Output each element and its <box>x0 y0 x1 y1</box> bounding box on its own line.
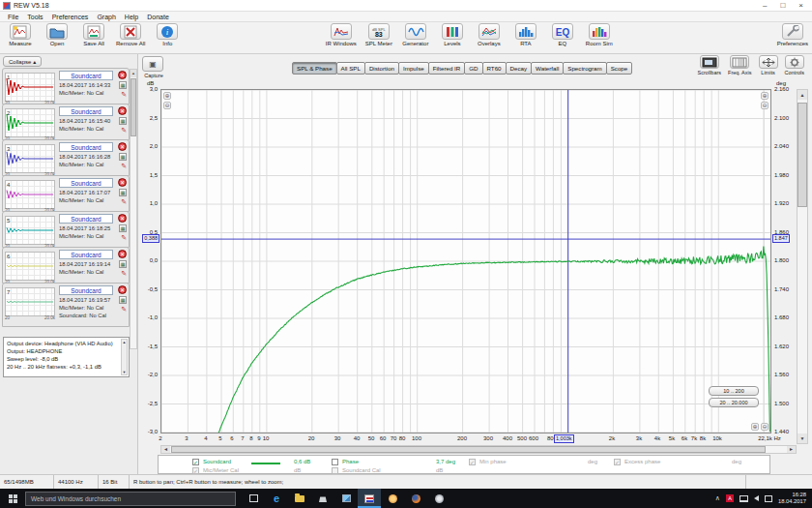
tab-gd[interactable]: GD <box>464 62 482 75</box>
capture-button[interactable]: ▣ <box>142 56 163 72</box>
scroll-up-icon[interactable]: ▲ <box>130 70 136 77</box>
trace-options-icon[interactable]: ▦ <box>119 153 127 161</box>
measurement-title-input[interactable]: Soundcard <box>59 214 113 224</box>
menu-item-donate[interactable]: Donate <box>143 14 173 20</box>
measurement-title-input[interactable]: Soundcard <box>59 178 113 188</box>
delete-measurement-icon[interactable]: ✕ <box>118 142 127 151</box>
soundcard-cal-checkbox[interactable] <box>332 467 338 474</box>
trace-adjust-icon[interactable]: ✎ <box>121 163 127 169</box>
action-center-icon[interactable] <box>765 495 772 502</box>
preferences-button[interactable]: Preferences <box>777 23 808 46</box>
collapse-button[interactable]: Collapse ▴ <box>3 56 42 67</box>
limits-button[interactable]: Limits <box>759 55 778 75</box>
tab-rt60[interactable]: RT60 <box>482 62 507 75</box>
measurement-title-input[interactable]: Soundcard <box>59 285 113 295</box>
taskbar-app-firefox[interactable] <box>404 489 427 508</box>
network-icon[interactable] <box>740 495 748 502</box>
freqaxis-button[interactable]: Freq. Axis <box>728 55 751 75</box>
measurement-item-5[interactable]: 52020.0kSoundcard✕18.04.2017 16:18:25Mic… <box>2 211 130 248</box>
min-phase-checkbox[interactable] <box>469 459 476 465</box>
taskbar-app-store[interactable] <box>311 489 334 508</box>
measurement-item-6[interactable]: 62020.0kSoundcard✕18.04.2017 16:19:14Mic… <box>2 247 130 284</box>
trace-adjust-icon[interactable]: ✎ <box>121 198 127 205</box>
scrollbar-thumb[interactable] <box>171 446 766 453</box>
scroll-down-icon[interactable]: ▼ <box>798 433 807 443</box>
measurement-item-4[interactable]: 42020.0kSoundcard✕18.04.2017 16:17:07Mic… <box>2 175 130 212</box>
delete-measurement-icon[interactable]: ✕ <box>118 106 127 115</box>
measurement-title-input[interactable]: Soundcard <box>59 250 113 259</box>
tab-distortion[interactable]: Distortion <box>364 62 399 75</box>
taskbar-app-photos[interactable] <box>334 489 358 508</box>
tab-spl-phase[interactable]: SPL & Phase <box>292 62 337 75</box>
tab-waterfall[interactable]: Waterfall <box>531 62 564 75</box>
info-scrollbar[interactable]: ▲▼ <box>121 339 128 375</box>
scroll-right-icon[interactable]: ► <box>787 446 796 453</box>
taskbar-app-rew[interactable] <box>358 489 381 508</box>
trace-options-icon[interactable]: ▦ <box>119 224 127 232</box>
zoom-in-icon[interactable]: ⊕ <box>751 423 759 431</box>
freq-range-button-20-20000[interactable]: 20 .. 20.000 <box>709 398 759 407</box>
taskbar-app-edge[interactable]: e <box>265 489 288 508</box>
measurement-title-input[interactable]: Soundcard <box>59 142 113 152</box>
delete-measurement-icon[interactable]: ✕ <box>118 71 127 79</box>
taskbar-app-explorer[interactable] <box>288 489 311 508</box>
irwindows-button[interactable]: IR Windows <box>326 23 357 46</box>
close-button[interactable]: × <box>798 1 803 11</box>
eq-button[interactable]: EQEQ <box>548 23 577 46</box>
menu-item-help[interactable]: Help <box>121 14 142 20</box>
phase-checkbox[interactable] <box>332 459 338 465</box>
start-button[interactable] <box>0 489 25 508</box>
overlays-button[interactable]: Overlays <box>475 23 504 46</box>
menu-item-graph[interactable]: Graph <box>93 14 119 20</box>
horizontal-scrollbar[interactable]: ◄ ► <box>160 445 797 454</box>
taskbar-search-input[interactable]: Web und Windows durchsuchen <box>25 492 236 506</box>
zoom-in-icon[interactable]: ⊕ <box>163 92 171 100</box>
mic-meter-cal-checkbox[interactable] <box>192 467 199 474</box>
measurement-title-input[interactable]: Soundcard <box>59 71 113 80</box>
hidden-icons-chevron[interactable]: ∧ <box>715 494 720 502</box>
taskbar-app-game[interactable] <box>381 489 404 508</box>
trace-adjust-icon[interactable]: ✎ <box>121 91 127 98</box>
speaker-icon[interactable] <box>754 495 759 501</box>
rta-button[interactable]: RTA <box>511 23 540 46</box>
tab-spectrogram[interactable]: Spectrogram <box>563 62 606 75</box>
tab-scope[interactable]: Scope <box>606 62 633 75</box>
menu-item-file[interactable]: File <box>4 14 22 20</box>
sidebar-scrollbar[interactable]: ▲ <box>130 69 137 349</box>
tab-impulse[interactable]: Impulse <box>398 62 429 75</box>
trace-adjust-icon[interactable]: ✎ <box>121 127 127 134</box>
measurement-item-3[interactable]: 32020.0kSoundcard✕18.04.2017 16:16:28Mic… <box>2 139 130 176</box>
trace-adjust-icon[interactable]: ✎ <box>121 234 127 241</box>
spl-phase-plot[interactable]: ⊕ ⊖ ⊕ ⊖ ⊕ ⊖ 10 .. 200 20 .. 20.000 <box>160 89 771 433</box>
trace-options-icon[interactable]: ▦ <box>119 260 127 268</box>
adobe-tray-icon[interactable]: A <box>726 494 734 502</box>
trace-options-icon[interactable]: ▦ <box>119 296 127 304</box>
generator-button[interactable]: Generator <box>401 23 430 46</box>
minimize-button[interactable]: – <box>763 1 767 11</box>
open-button[interactable]: Open <box>43 23 72 46</box>
tab-filtered-ir[interactable]: Filtered IR <box>428 62 466 75</box>
taskbar-app-steam[interactable] <box>427 489 450 508</box>
scroll-left-icon[interactable]: ◄ <box>161 446 170 453</box>
roomsim-button[interactable]: Room Sim <box>585 23 614 46</box>
delete-measurement-icon[interactable]: ✕ <box>118 250 127 258</box>
controls-button[interactable]: Controls <box>785 55 804 75</box>
zoom-out-icon[interactable]: ⊖ <box>761 102 768 109</box>
tab-all-spl[interactable]: All SPL <box>336 62 365 75</box>
trace-adjust-icon[interactable]: ✎ <box>121 270 127 277</box>
info-button[interactable]: iInfo <box>153 23 182 46</box>
trace-options-icon[interactable]: ▦ <box>119 189 127 196</box>
excess-phase-checkbox[interactable] <box>614 459 621 465</box>
menu-item-preferences[interactable]: Preferences <box>48 14 93 20</box>
splmeter-button[interactable]: dB SPL83SPL Meter <box>364 23 393 46</box>
trace-adjust-icon[interactable]: ✎ <box>121 306 127 313</box>
vertical-scrollbar[interactable]: ▲ ▼ <box>797 89 808 444</box>
saveall-button[interactable]: Save All <box>79 23 108 46</box>
taskbar-app-task-view[interactable] <box>242 489 265 508</box>
trace-options-icon[interactable]: ▦ <box>119 81 127 89</box>
removeall-button[interactable]: Remove All <box>116 23 145 46</box>
scroll-up-icon[interactable]: ▲ <box>798 90 807 100</box>
soundcard-checkbox[interactable] <box>192 459 199 465</box>
menu-item-tools[interactable]: Tools <box>23 14 46 20</box>
taskbar-clock[interactable]: 16:28 18.04.2017 <box>778 492 806 505</box>
